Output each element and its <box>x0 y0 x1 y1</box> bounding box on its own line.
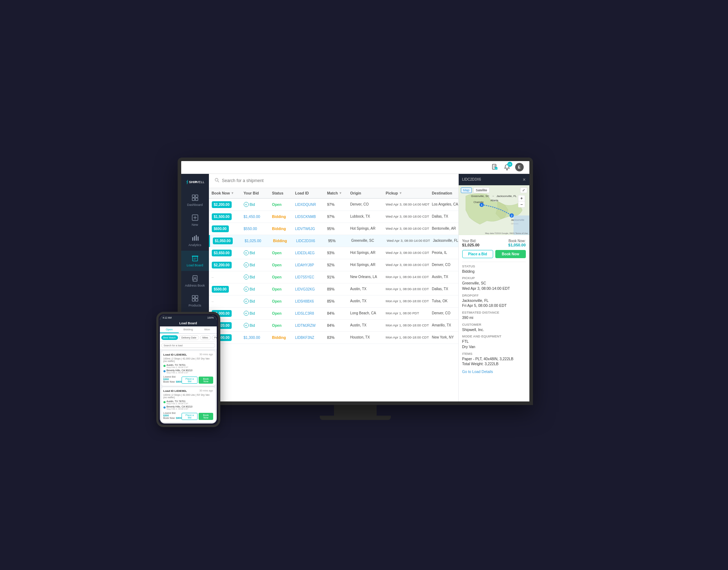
table-row[interactable]: $3,650.00 + Bid Open LIDEDL4EG 93% Hot S… <box>209 247 458 259</box>
load-id-link[interactable]: LID7S5YEC <box>295 275 314 279</box>
bid-link[interactable]: + Bid <box>244 262 272 267</box>
notification-icon[interactable]: 26 <box>503 163 511 171</box>
filter-best-match[interactable]: Best Match <box>161 335 178 340</box>
map-tab-satellite[interactable]: Satellite <box>473 187 490 193</box>
table-row[interactable]: $2,200.00 + Bid Open LIDXDQUNR 97% Denve… <box>209 199 458 211</box>
table-row[interactable]: $1,000.00 + Bid Open LIDSLC3R8 84% Long … <box>209 308 458 320</box>
cell-status: Bidding <box>272 227 295 231</box>
sidebar-item-dashboard[interactable]: Dashboard <box>181 190 209 211</box>
table-row[interactable]: $1,050.00 $1,025.00 Bidding LIDC2D3X6 95… <box>209 235 458 247</box>
phone-stop-4-city: Beverly Hills, CA 90210 <box>167 405 193 408</box>
place-bid-button[interactable]: Place a Bid <box>462 250 494 258</box>
cell-match: 84% <box>327 323 350 327</box>
cell-destination: New York, NY <box>432 335 458 340</box>
sidebar-item-address-book[interactable]: Address Book <box>181 271 209 291</box>
book-now-cell-button[interactable]: $600.00 <box>212 225 229 232</box>
bid-link[interactable]: + Bid <box>244 311 272 316</box>
bid-info-row: Your Bid: $1,025.00 Book Now: $1,050.00 <box>462 239 526 247</box>
bid-amount: $550.00 <box>244 227 257 231</box>
table-row[interactable]: – + Bid Open LID5H8BX6 85% Austin, TX Mo… <box>209 295 458 308</box>
load-id-link[interactable]: LIDVG32KG <box>295 287 315 291</box>
cell-status: Open <box>272 263 295 267</box>
col-book-now[interactable]: Book Now ▼ <box>212 191 244 195</box>
phone-tab-won[interactable]: Won <box>198 326 216 333</box>
load-id-link[interactable]: LIDSCKNMB <box>295 215 316 219</box>
cell-origin: Denver, CO <box>350 202 386 207</box>
load-id-link[interactable]: LIDSLC3R8 <box>295 311 314 315</box>
phone-tab-bidding[interactable]: Bidding <box>179 326 198 333</box>
phone-search-input[interactable] <box>161 343 215 348</box>
book-now-cell-button[interactable]: $1,500.00 <box>212 213 232 220</box>
cell-destination: Peoria, IL <box>432 250 458 255</box>
phone-book-now-button-1[interactable]: Book Now <box>199 377 213 384</box>
book-now-cell-button[interactable]: $2,200.00 <box>212 262 232 268</box>
cell-load-id: LIDSLC3R8 <box>295 311 327 315</box>
load-id-link[interactable]: LIDVTW6JG <box>295 227 315 231</box>
map-tab-map[interactable]: Map <box>461 187 472 193</box>
book-now-cell-button[interactable]: $3,650.00 <box>212 250 232 256</box>
book-now-cell-button[interactable]: $500.00 <box>212 286 229 293</box>
phone-place-bid-button-2[interactable]: Place a Bid <box>182 413 198 420</box>
col-load-id: Load ID <box>295 191 327 195</box>
table-row[interactable]: $1,500.00 $1,450.00 Bidding LIDSCKNMB 97… <box>209 211 458 223</box>
filter-delivery-date[interactable]: Delivery Date <box>179 335 199 340</box>
sidebar-item-products[interactable]: Products <box>181 291 209 311</box>
load-id-link[interactable]: LID5H8BX6 <box>295 299 314 303</box>
load-id-link[interactable]: LIDEDL4EG <box>295 251 315 255</box>
book-now-cell-button[interactable]: $1,050.00 <box>213 238 233 244</box>
map-expand-button[interactable]: ⤢ <box>520 187 527 193</box>
col-match[interactable]: Match ▼ <box>327 191 350 195</box>
customer-value: Shipwell, Inc. <box>462 327 526 332</box>
table-row[interactable]: – + Bid Open LID7S5YEC 91% New Orleans, … <box>209 271 458 283</box>
load-id-link[interactable]: LIDC2D3X6 <box>296 239 315 243</box>
table-row[interactable]: $2,200.00 + Bid Open LIDAHYJ8P 92% Hot S… <box>209 259 458 271</box>
phone-place-bid-button-1[interactable]: Place a Bid <box>182 377 198 384</box>
document-icon[interactable] <box>491 163 499 171</box>
book-now-button[interactable]: Book Now <box>495 250 526 258</box>
status-badge: Open <box>272 251 282 255</box>
phone-tab-open[interactable]: Open <box>160 326 179 333</box>
load-id-link[interactable]: LIDBKF3NZ <box>295 336 314 340</box>
search-icon <box>215 178 219 183</box>
user-avatar[interactable]: E <box>515 163 524 171</box>
phone-card-1-id: Load ID LIDIE9EL <box>163 353 187 356</box>
cell-book-now: $1,500.00 <box>212 213 244 220</box>
table-row[interactable]: $1,400.00 $1,300.00 Bidding LIDBKF3NZ 83… <box>209 332 458 344</box>
filter-miles[interactable]: Miles <box>200 335 211 340</box>
phone-card-2[interactable]: Load ID LIDIE9EL 30 mins ago 100mi | 2 S… <box>161 387 215 422</box>
status-badge: Open <box>272 299 282 303</box>
table-row[interactable]: $500.00 + Bid Open LIDVG32KG 89% Austin,… <box>209 283 458 295</box>
table-row[interactable]: $600.00 $550.00 Bidding LIDVTW6JG 95% Ho… <box>209 223 458 235</box>
phone-book-now-button-2[interactable]: Book Now <box>199 413 213 420</box>
load-id-link[interactable]: LIDXDQUNR <box>295 203 316 207</box>
load-id-link[interactable]: LIDAHYJ8P <box>295 263 314 267</box>
bid-link[interactable]: + Bid <box>244 250 272 255</box>
book-now-cell-button[interactable]: $2,200.00 <box>212 201 232 208</box>
close-panel-button[interactable]: × <box>523 177 525 182</box>
bid-link[interactable]: + Bid <box>244 275 272 279</box>
cell-match: 93% <box>327 251 350 255</box>
bid-link[interactable]: + Bid <box>244 299 272 304</box>
col-pickup[interactable]: Pickup ▼ <box>386 191 432 195</box>
bid-link[interactable]: + Bid <box>244 287 272 292</box>
sidebar-item-new[interactable]: New <box>181 210 209 230</box>
phone-card-1-route: Austin, TX 78701 Stop Feb 2, 09:00 CST B… <box>163 364 213 374</box>
search-input[interactable] <box>222 178 453 183</box>
zoom-in-button[interactable]: + <box>518 195 524 201</box>
bid-link[interactable]: + Bid <box>244 323 272 328</box>
phone-card-1-sub: 100mi | 2 Stops | 42,000 Lbs | 53' Dry V… <box>163 357 213 362</box>
items-section: Items Paper - PLT, 40x48IN, 3,222LB Tota… <box>462 352 526 367</box>
cell-match: 97% <box>327 214 350 219</box>
cell-origin: Austin, TX <box>350 323 386 328</box>
zoom-out-button[interactable]: − <box>518 201 524 207</box>
sidebar-item-load-board[interactable]: Load Board <box>181 251 209 271</box>
phone-battery: 100% <box>207 316 214 319</box>
filter-pickup-date[interactable]: Pickup Date <box>212 335 217 340</box>
go-to-details-link[interactable]: Go to Load Details <box>462 369 526 374</box>
phone-card-1[interactable]: Load ID LIDIE9EL 30 mins ago 100mi | 2 S… <box>161 351 215 386</box>
sidebar-item-analytics[interactable]: Analytics <box>181 230 209 251</box>
table-row[interactable]: $1,020.00 + Bid Open LIDTMJRZW 84% Austi… <box>209 320 458 332</box>
load-id-link[interactable]: LIDTMJRZW <box>295 324 316 327</box>
cell-status: Bidding <box>272 214 295 219</box>
bid-link[interactable]: + Bid <box>244 202 272 207</box>
